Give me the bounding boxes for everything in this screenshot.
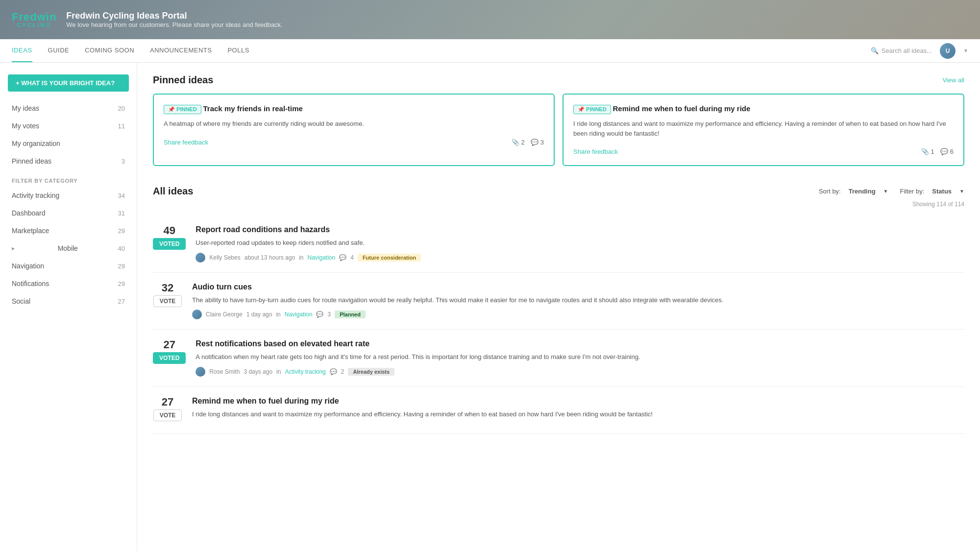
idea-category-label-2: in: [276, 311, 280, 318]
chevron-down-icon: ▼: [963, 48, 968, 53]
vote-count-3: 27: [163, 339, 175, 350]
my-ideas-count: 20: [118, 105, 125, 112]
sidebar-item-marketplace[interactable]: Marketplace 29: [0, 222, 137, 240]
sidebar-item-pinned-ideas[interactable]: Pinned ideas 3: [0, 152, 137, 170]
all-ideas-header: All ideas Sort by: Trending ▼ Filter by:…: [153, 186, 964, 197]
social-count: 27: [118, 298, 125, 305]
sidebar-item-my-organization[interactable]: My organization: [0, 135, 137, 152]
pinned-card-1: 📌 PINNED Track my friends in real-time A…: [153, 94, 555, 166]
search-box[interactable]: 🔍 Search all ideas...: [871, 47, 932, 54]
vote-button-4[interactable]: VOTE: [153, 409, 182, 421]
comment-count-idea-3: 2: [341, 368, 344, 375]
sidebar-item-activity-tracking[interactable]: Activity tracking 34: [0, 187, 137, 204]
page-header: Fredwin CYCLING Fredwin Cycling Ideas Po…: [0, 0, 980, 39]
idea-meta-3: Rose Smith 3 days ago in Activity tracki…: [196, 367, 964, 377]
sidebar-item-my-votes[interactable]: My votes 11: [0, 117, 137, 135]
mobile-count: 40: [118, 245, 125, 252]
attachment-count-2: 1: [931, 148, 934, 155]
pinned-badge-2: 📌 PINNED: [573, 105, 611, 114]
author-name-1: Kelly Sebes: [209, 254, 240, 261]
main-content: Pinned ideas View all 📌 PINNED Track my …: [137, 63, 980, 551]
pinned-section-header: Pinned ideas View all: [153, 74, 964, 86]
logo-top: Fredwin: [12, 12, 56, 23]
pinned-card-title-1[interactable]: Track my friends in real-time: [203, 104, 303, 113]
idea-item-1: 49 VOTED Report road conditions and haza…: [153, 216, 964, 273]
header-content: Fredwin CYCLING Fredwin Cycling Ideas Po…: [12, 11, 283, 28]
vote-section-1: 49 VOTED: [153, 225, 186, 250]
idea-category-1[interactable]: Navigation: [307, 254, 335, 261]
comments-stat-2: 💬 6: [940, 148, 954, 155]
sidebar-item-dashboard[interactable]: Dashboard 31: [0, 204, 137, 222]
sidebar: + WHAT IS YOUR BRIGHT IDEA? My ideas 20 …: [0, 63, 137, 551]
card-stats-1: 📎 2 💬 3: [512, 139, 544, 146]
vote-count-2: 32: [162, 283, 173, 293]
idea-category-3[interactable]: Activity tracking: [285, 368, 325, 375]
tab-polls[interactable]: POLLS: [227, 39, 249, 62]
idea-time-1: about 13 hours ago: [245, 254, 295, 261]
filter-label: Filter by:: [900, 188, 925, 195]
comment-count-idea-1: 4: [350, 254, 354, 261]
tab-ideas[interactable]: IDEAS: [12, 39, 32, 62]
search-icon: 🔍: [871, 47, 879, 54]
comment-icon-idea-1: 💬: [339, 254, 346, 261]
pinned-ideas-label: Pinned ideas: [12, 157, 51, 165]
my-votes-label: My votes: [12, 122, 39, 130]
main-layout: + WHAT IS YOUR BRIGHT IDEA? My ideas 20 …: [0, 63, 980, 551]
author-name-2: Claire George: [206, 311, 243, 318]
idea-time-2: 1 day ago: [246, 311, 272, 318]
pinned-card-title-2[interactable]: Remind me when to fuel during my ride: [613, 104, 751, 113]
share-feedback-1[interactable]: Share feedback: [164, 139, 208, 146]
vote-button-2[interactable]: VOTE: [153, 295, 182, 307]
navigation-count: 29: [118, 263, 125, 270]
comment-icon-2: 💬: [940, 148, 948, 155]
filter-value[interactable]: Status: [932, 188, 952, 195]
pinned-grid: 📌 PINNED Track my friends in real-time A…: [153, 94, 964, 166]
idea-category-2[interactable]: Navigation: [285, 311, 313, 318]
marketplace-count: 29: [118, 227, 125, 235]
sidebar-item-notifications[interactable]: Notifications 29: [0, 275, 137, 292]
my-votes-count: 11: [118, 122, 125, 130]
view-all-link[interactable]: View all: [942, 76, 964, 84]
sort-value[interactable]: Trending: [849, 188, 876, 195]
idea-time-3: 3 days ago: [244, 368, 272, 375]
idea-item-3: 27 VOTED Rest notifications based on ele…: [153, 330, 964, 387]
header-text: Fredwin Cycling Ideas Portal We love hea…: [66, 11, 282, 28]
idea-category-label-1: in: [299, 254, 303, 261]
status-badge-1: Future consideration: [358, 254, 421, 262]
logo-bottom: CYCLING: [17, 23, 51, 28]
portal-subtitle: We love hearing from our customers. Plea…: [66, 21, 282, 28]
idea-title-1[interactable]: Report road conditions and hazards: [196, 225, 964, 234]
portal-title: Fredwin Cycling Ideas Portal: [66, 11, 282, 21]
sidebar-item-my-ideas[interactable]: My ideas 20: [0, 99, 137, 117]
tab-guide[interactable]: GUIDE: [48, 39, 70, 62]
comment-count-idea-2: 3: [327, 311, 331, 318]
sidebar-item-navigation[interactable]: Navigation 29: [0, 257, 137, 275]
activity-tracking-count: 34: [118, 192, 125, 199]
nav-bar: IDEAS GUIDE COMING SOON ANNOUNCEMENTS PO…: [0, 39, 980, 63]
pinned-card-footer-2: Share feedback 📎 1 💬 6: [573, 148, 954, 155]
comment-icon-idea-2: 💬: [316, 311, 323, 318]
card-stats-2: 📎 1 💬 6: [921, 148, 954, 155]
idea-title-3[interactable]: Rest notifications based on elevated hea…: [196, 339, 964, 348]
new-idea-button[interactable]: + WHAT IS YOUR BRIGHT IDEA?: [8, 74, 129, 92]
avatar[interactable]: U: [940, 43, 956, 59]
tab-announcements[interactable]: ANNOUNCEMENTS: [150, 39, 212, 62]
idea-meta-2: Claire George 1 day ago in Navigation 💬 …: [192, 310, 964, 319]
logo[interactable]: Fredwin CYCLING: [12, 12, 56, 28]
comment-icon-idea-3: 💬: [330, 368, 337, 375]
vote-count-1: 49: [163, 225, 175, 236]
vote-section-4: 27 VOTE: [153, 397, 182, 421]
idea-title-2[interactable]: Audio turn cues: [192, 283, 964, 291]
idea-title-4[interactable]: Remind me when to fuel during my ride: [192, 397, 964, 406]
sidebar-item-social[interactable]: Social 27: [0, 292, 137, 310]
vote-button-3[interactable]: VOTED: [153, 352, 186, 364]
activity-tracking-label: Activity tracking: [12, 192, 59, 199]
attachment-count-1: 2: [521, 139, 525, 146]
sort-chevron: ▼: [883, 189, 888, 194]
share-feedback-2[interactable]: Share feedback: [573, 148, 618, 155]
vote-button-1[interactable]: VOTED: [153, 238, 186, 250]
tab-coming-soon[interactable]: COMING SOON: [85, 39, 134, 62]
vote-section-2: 32 VOTE: [153, 283, 182, 307]
marketplace-label: Marketplace: [12, 227, 49, 235]
sidebar-item-mobile[interactable]: Mobile 40: [0, 240, 137, 257]
